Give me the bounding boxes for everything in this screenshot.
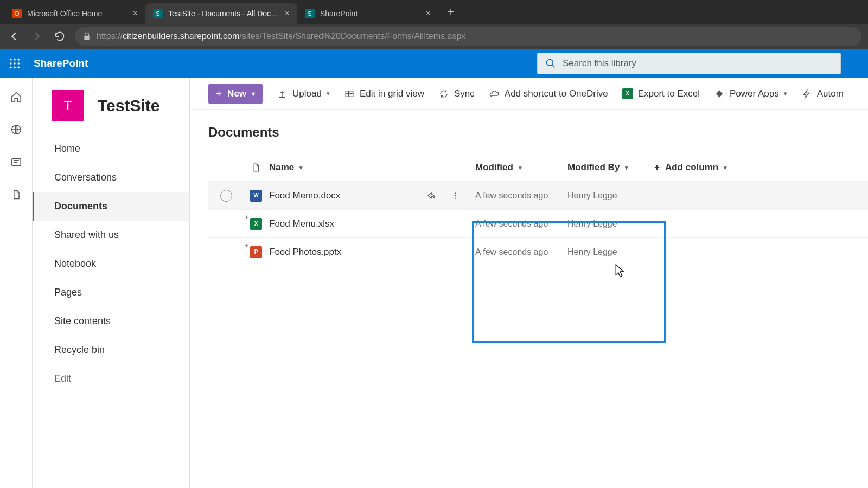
column-name[interactable]: Name ▾ <box>269 162 470 173</box>
nav-recycle-bin[interactable]: Recycle bin <box>33 336 189 364</box>
column-modified-by[interactable]: Modified By ▾ <box>567 162 654 173</box>
favicon-sharepoint-icon: S <box>305 9 315 18</box>
add-shortcut-button[interactable]: Add shortcut to OneDrive <box>489 88 608 99</box>
file-name[interactable]: Food Photos.pptx <box>269 247 341 258</box>
nav-shared-with-us[interactable]: Shared with us <box>33 221 189 249</box>
search-input[interactable]: Search this library <box>537 53 841 74</box>
tab-close-icon[interactable]: × <box>426 9 431 18</box>
more-actions-icon[interactable] <box>451 191 460 201</box>
table-row[interactable]: W Food Memo.docx A few seconds ago Henry… <box>208 181 868 209</box>
column-modified[interactable]: Modified ▾ <box>470 162 567 173</box>
lock-icon <box>82 32 91 41</box>
tab-title: Microsoft Office Home <box>27 9 127 18</box>
nav-conversations[interactable]: Conversations <box>33 163 189 192</box>
svg-point-2 <box>18 59 20 61</box>
cell-modified-by[interactable]: Henry Legge <box>567 219 654 229</box>
svg-point-8 <box>18 67 20 69</box>
table-header: Name ▾ Modified ▾ Modified By ▾ + Add co… <box>208 154 868 181</box>
main-area: + New ▾ Upload ▾ Edit in grid view Sync … <box>190 78 868 488</box>
browser-chrome: O Microsoft Office Home × S TestSite - D… <box>0 0 868 49</box>
tab-close-icon[interactable]: × <box>285 9 290 18</box>
address-bar[interactable]: https://citizenbuilders.sharepoint.com/s… <box>75 27 861 46</box>
automate-button[interactable]: Autom <box>801 88 844 99</box>
back-button[interactable] <box>7 29 22 44</box>
sync-button[interactable]: Sync <box>438 88 475 99</box>
cell-modified: A few seconds ago <box>470 191 567 201</box>
table-row[interactable]: P✦ Food Photos.pptx A few seconds ago He… <box>208 237 868 266</box>
power-apps-button[interactable]: Power Apps ▾ <box>714 88 787 99</box>
rail-globe-icon[interactable] <box>9 123 23 137</box>
nav-home[interactable]: Home <box>33 134 189 163</box>
library-title: Documents <box>208 125 868 140</box>
svg-rect-12 <box>346 91 353 97</box>
browser-tab-testsite[interactable]: S TestSite - Documents - All Docum × <box>145 3 297 24</box>
add-column-button[interactable]: + Add column ▾ <box>654 162 752 173</box>
site-header: T TestSite <box>33 78 189 133</box>
chevron-down-icon: ▾ <box>252 90 255 98</box>
command-bar: + New ▾ Upload ▾ Edit in grid view Sync … <box>190 78 868 110</box>
app-launcher-button[interactable] <box>5 54 24 73</box>
new-button[interactable]: + New ▾ <box>208 84 263 104</box>
tab-close-icon[interactable]: × <box>133 9 138 18</box>
svg-point-1 <box>14 59 16 61</box>
browser-tab-office[interactable]: O Microsoft Office Home × <box>4 3 145 24</box>
loading-icon: ✦ <box>245 215 249 220</box>
new-label: New <box>227 88 246 99</box>
share-icon[interactable] <box>426 191 436 201</box>
powerpoint-file-icon: P✦ <box>250 246 262 258</box>
svg-point-15 <box>455 197 456 198</box>
powerapps-icon <box>714 88 725 99</box>
rail-files-icon[interactable] <box>9 188 23 202</box>
cell-modified-by[interactable]: Henry Legge <box>567 191 654 201</box>
cell-modified: A few seconds ago <box>470 247 567 257</box>
search-placeholder: Search this library <box>563 58 636 69</box>
sync-icon <box>438 88 449 99</box>
file-name[interactable]: Food Menu.xlsx <box>269 219 334 229</box>
nav-notebook[interactable]: Notebook <box>33 249 189 278</box>
search-icon <box>545 58 556 69</box>
word-file-icon: W <box>250 190 262 202</box>
cell-modified-by[interactable]: Henry Legge <box>567 247 654 257</box>
site-logo[interactable]: T <box>52 90 84 121</box>
nav-documents[interactable]: Documents <box>33 192 189 221</box>
nav-edit[interactable]: Edit <box>33 364 189 393</box>
column-type-icon[interactable] <box>243 162 269 173</box>
rail-home-icon[interactable] <box>9 90 23 104</box>
svg-point-3 <box>10 62 12 65</box>
chevron-down-icon: ▾ <box>299 164 303 171</box>
table-row[interactable]: X✦ Food Menu.xlsx A few seconds ago Henr… <box>208 209 868 237</box>
chevron-down-icon: ▾ <box>519 164 522 171</box>
file-name[interactable]: Food Memo.docx <box>269 190 340 201</box>
site-nav: Home Conversations Documents Shared with… <box>33 133 189 393</box>
suite-product-name[interactable]: SharePoint <box>34 57 88 69</box>
nav-site-contents[interactable]: Site contents <box>33 307 189 336</box>
svg-point-7 <box>14 67 16 69</box>
tab-title: TestSite - Documents - All Docum <box>168 9 279 18</box>
chevron-down-icon: ▾ <box>784 90 787 97</box>
tab-strip: O Microsoft Office Home × S TestSite - D… <box>0 0 868 24</box>
row-select[interactable] <box>220 190 232 202</box>
browser-tab-sharepoint[interactable]: S SharePoint × <box>297 3 438 24</box>
upload-button[interactable]: Upload ▾ <box>277 88 330 99</box>
onedrive-icon <box>489 88 500 99</box>
plus-icon: + <box>216 88 222 100</box>
reload-button[interactable] <box>52 29 67 44</box>
nav-pages[interactable]: Pages <box>33 278 189 307</box>
export-excel-button[interactable]: X Export to Excel <box>622 88 700 99</box>
upload-icon <box>277 88 288 99</box>
site-name[interactable]: TestSite <box>98 97 159 115</box>
svg-point-4 <box>14 62 16 65</box>
svg-rect-11 <box>11 159 21 166</box>
svg-point-6 <box>10 67 12 69</box>
chevron-down-icon: ▾ <box>625 164 628 171</box>
new-tab-button[interactable]: + <box>443 4 459 20</box>
tab-title: SharePoint <box>320 9 420 18</box>
forward-button[interactable] <box>29 29 44 44</box>
rail-news-icon[interactable] <box>9 155 23 169</box>
automate-icon <box>801 88 812 99</box>
cell-modified: A few seconds ago <box>470 219 567 229</box>
left-column: T TestSite Home Conversations Documents … <box>33 78 190 488</box>
library-content: Documents Name ▾ Modified ▾ <box>190 110 868 266</box>
svg-point-14 <box>455 195 456 196</box>
edit-grid-button[interactable]: Edit in grid view <box>344 88 424 99</box>
